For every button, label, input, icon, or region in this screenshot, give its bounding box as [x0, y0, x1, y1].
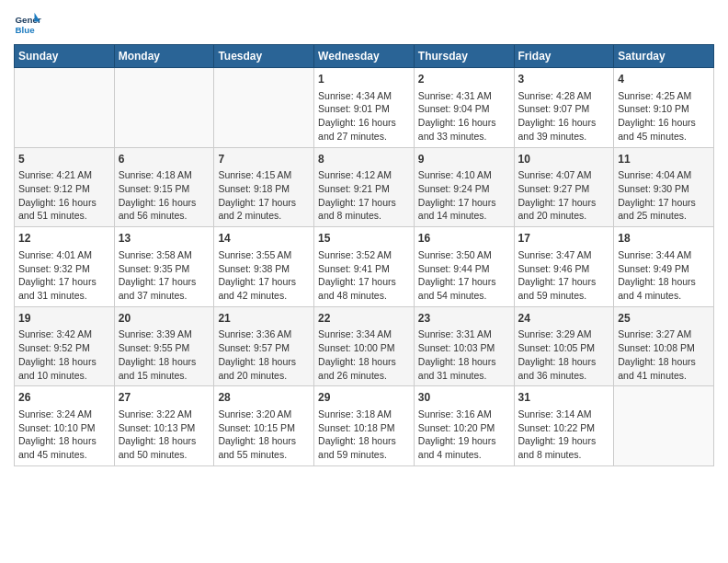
- week-row-1: 1Sunrise: 4:34 AM Sunset: 9:01 PM Daylig…: [15, 68, 714, 148]
- day-info: Sunrise: 4:18 AM Sunset: 9:15 PM Dayligh…: [119, 168, 210, 223]
- calendar-cell: 20Sunrise: 3:39 AM Sunset: 9:55 PM Dayli…: [114, 306, 214, 386]
- calendar-cell: 28Sunrise: 3:20 AM Sunset: 10:15 PM Dayl…: [214, 386, 314, 466]
- day-info: Sunrise: 3:50 AM Sunset: 9:44 PM Dayligh…: [418, 248, 510, 303]
- calendar-cell: 29Sunrise: 3:18 AM Sunset: 10:18 PM Dayl…: [314, 386, 415, 466]
- calendar-cell: 3Sunrise: 4:28 AM Sunset: 9:07 PM Daylig…: [514, 68, 614, 148]
- day-info: Sunrise: 4:01 AM Sunset: 9:32 PM Dayligh…: [18, 248, 110, 303]
- calendar-cell: 19Sunrise: 3:42 AM Sunset: 9:52 PM Dayli…: [15, 306, 115, 386]
- day-number: 23: [418, 311, 510, 327]
- calendar-cell: 30Sunrise: 3:16 AM Sunset: 10:20 PM Dayl…: [414, 386, 514, 466]
- calendar-cell: 15Sunrise: 3:52 AM Sunset: 9:41 PM Dayli…: [314, 227, 415, 307]
- calendar-cell: 17Sunrise: 3:47 AM Sunset: 9:46 PM Dayli…: [514, 227, 614, 307]
- day-number: 5: [18, 152, 110, 167]
- calendar-cell: 2Sunrise: 4:31 AM Sunset: 9:04 PM Daylig…: [414, 68, 514, 148]
- calendar-cell: 12Sunrise: 4:01 AM Sunset: 9:32 PM Dayli…: [15, 227, 115, 307]
- day-number: 1: [318, 72, 410, 87]
- page-header: General Blue: [14, 9, 714, 37]
- day-info: Sunrise: 3:24 AM Sunset: 10:10 PM Daylig…: [18, 408, 110, 462]
- calendar-cell: 11Sunrise: 4:04 AM Sunset: 9:30 PM Dayli…: [614, 147, 714, 227]
- day-number: 8: [318, 152, 410, 167]
- day-number: 16: [418, 231, 510, 247]
- day-number: 27: [119, 390, 210, 406]
- day-info: Sunrise: 3:42 AM Sunset: 9:52 PM Dayligh…: [18, 327, 110, 382]
- day-number: 26: [18, 390, 110, 406]
- day-number: 19: [18, 311, 110, 327]
- header-monday: Monday: [114, 45, 214, 68]
- week-row-5: 26Sunrise: 3:24 AM Sunset: 10:10 PM Dayl…: [15, 386, 714, 466]
- calendar-cell: 31Sunrise: 3:14 AM Sunset: 10:22 PM Dayl…: [514, 386, 614, 466]
- day-info: Sunrise: 3:55 AM Sunset: 9:38 PM Dayligh…: [218, 248, 310, 303]
- calendar-cell: 7Sunrise: 4:15 AM Sunset: 9:18 PM Daylig…: [214, 147, 314, 227]
- calendar-cell: 16Sunrise: 3:50 AM Sunset: 9:44 PM Dayli…: [414, 227, 514, 307]
- calendar-cell: 23Sunrise: 3:31 AM Sunset: 10:03 PM Dayl…: [414, 306, 514, 386]
- day-info: Sunrise: 4:15 AM Sunset: 9:18 PM Dayligh…: [218, 168, 310, 223]
- day-info: Sunrise: 4:25 AM Sunset: 9:10 PM Dayligh…: [618, 89, 710, 144]
- day-number: 22: [318, 311, 410, 327]
- day-info: Sunrise: 4:34 AM Sunset: 9:01 PM Dayligh…: [318, 89, 410, 144]
- header-friday: Friday: [514, 45, 614, 68]
- logo: General Blue: [14, 9, 45, 37]
- header-row: Sunday Monday Tuesday Wednesday Thursday…: [15, 45, 714, 68]
- day-info: Sunrise: 4:04 AM Sunset: 9:30 PM Dayligh…: [618, 168, 710, 223]
- day-info: Sunrise: 3:39 AM Sunset: 9:55 PM Dayligh…: [119, 327, 210, 382]
- calendar-cell: 21Sunrise: 3:36 AM Sunset: 9:57 PM Dayli…: [214, 306, 314, 386]
- day-number: 13: [119, 231, 210, 247]
- calendar-table: Sunday Monday Tuesday Wednesday Thursday…: [14, 44, 714, 466]
- day-number: 21: [218, 311, 310, 327]
- day-number: 17: [518, 231, 610, 247]
- day-info: Sunrise: 3:20 AM Sunset: 10:15 PM Daylig…: [218, 408, 310, 462]
- svg-text:Blue: Blue: [16, 25, 36, 35]
- calendar-cell: [114, 68, 214, 148]
- calendar-cell: 8Sunrise: 4:12 AM Sunset: 9:21 PM Daylig…: [314, 147, 415, 227]
- header-sunday: Sunday: [15, 45, 115, 68]
- calendar-cell: 4Sunrise: 4:25 AM Sunset: 9:10 PM Daylig…: [614, 68, 714, 148]
- day-info: Sunrise: 3:58 AM Sunset: 9:35 PM Dayligh…: [119, 248, 210, 303]
- day-info: Sunrise: 3:44 AM Sunset: 9:49 PM Dayligh…: [618, 248, 710, 303]
- day-info: Sunrise: 4:21 AM Sunset: 9:12 PM Dayligh…: [18, 168, 110, 223]
- day-number: 4: [618, 72, 710, 87]
- day-number: 30: [418, 390, 510, 406]
- day-number: 24: [518, 311, 610, 327]
- day-info: Sunrise: 4:10 AM Sunset: 9:24 PM Dayligh…: [418, 168, 510, 223]
- calendar-cell: 27Sunrise: 3:22 AM Sunset: 10:13 PM Dayl…: [114, 386, 214, 466]
- day-number: 2: [418, 72, 510, 87]
- week-row-3: 12Sunrise: 4:01 AM Sunset: 9:32 PM Dayli…: [15, 227, 714, 307]
- day-number: 12: [18, 231, 110, 247]
- day-info: Sunrise: 3:36 AM Sunset: 9:57 PM Dayligh…: [218, 327, 310, 382]
- calendar-cell: [214, 68, 314, 148]
- calendar-cell: 1Sunrise: 4:34 AM Sunset: 9:01 PM Daylig…: [314, 68, 415, 148]
- day-number: 31: [518, 390, 610, 406]
- day-info: Sunrise: 3:22 AM Sunset: 10:13 PM Daylig…: [119, 408, 210, 462]
- day-number: 11: [618, 152, 710, 167]
- day-info: Sunrise: 3:27 AM Sunset: 10:08 PM Daylig…: [618, 327, 710, 382]
- day-number: 25: [618, 311, 710, 327]
- day-number: 28: [218, 390, 310, 406]
- calendar-cell: 13Sunrise: 3:58 AM Sunset: 9:35 PM Dayli…: [114, 227, 214, 307]
- calendar-cell: 22Sunrise: 3:34 AM Sunset: 10:00 PM Dayl…: [314, 306, 415, 386]
- day-info: Sunrise: 3:29 AM Sunset: 10:05 PM Daylig…: [518, 327, 610, 382]
- calendar-cell: 9Sunrise: 4:10 AM Sunset: 9:24 PM Daylig…: [414, 147, 514, 227]
- day-info: Sunrise: 3:14 AM Sunset: 10:22 PM Daylig…: [518, 408, 610, 462]
- day-info: Sunrise: 3:18 AM Sunset: 10:18 PM Daylig…: [318, 408, 410, 462]
- calendar-cell: 5Sunrise: 4:21 AM Sunset: 9:12 PM Daylig…: [15, 147, 115, 227]
- day-info: Sunrise: 3:16 AM Sunset: 10:20 PM Daylig…: [418, 408, 510, 462]
- day-number: 7: [218, 152, 310, 167]
- day-number: 18: [618, 231, 710, 247]
- day-info: Sunrise: 4:31 AM Sunset: 9:04 PM Dayligh…: [418, 89, 510, 144]
- header-wednesday: Wednesday: [314, 45, 415, 68]
- calendar-cell: 25Sunrise: 3:27 AM Sunset: 10:08 PM Dayl…: [614, 306, 714, 386]
- calendar-cell: 10Sunrise: 4:07 AM Sunset: 9:27 PM Dayli…: [514, 147, 614, 227]
- day-info: Sunrise: 3:47 AM Sunset: 9:46 PM Dayligh…: [518, 248, 610, 303]
- day-number: 14: [218, 231, 310, 247]
- week-row-4: 19Sunrise: 3:42 AM Sunset: 9:52 PM Dayli…: [15, 306, 714, 386]
- week-row-2: 5Sunrise: 4:21 AM Sunset: 9:12 PM Daylig…: [15, 147, 714, 227]
- day-number: 9: [418, 152, 510, 167]
- header-thursday: Thursday: [414, 45, 514, 68]
- logo-icon: General Blue: [14, 9, 41, 37]
- header-tuesday: Tuesday: [214, 45, 314, 68]
- calendar-cell: 26Sunrise: 3:24 AM Sunset: 10:10 PM Dayl…: [15, 386, 115, 466]
- calendar-body: 1Sunrise: 4:34 AM Sunset: 9:01 PM Daylig…: [15, 68, 714, 466]
- calendar-cell: 18Sunrise: 3:44 AM Sunset: 9:49 PM Dayli…: [614, 227, 714, 307]
- day-info: Sunrise: 4:28 AM Sunset: 9:07 PM Dayligh…: [518, 89, 610, 144]
- calendar-header: Sunday Monday Tuesday Wednesday Thursday…: [15, 45, 714, 68]
